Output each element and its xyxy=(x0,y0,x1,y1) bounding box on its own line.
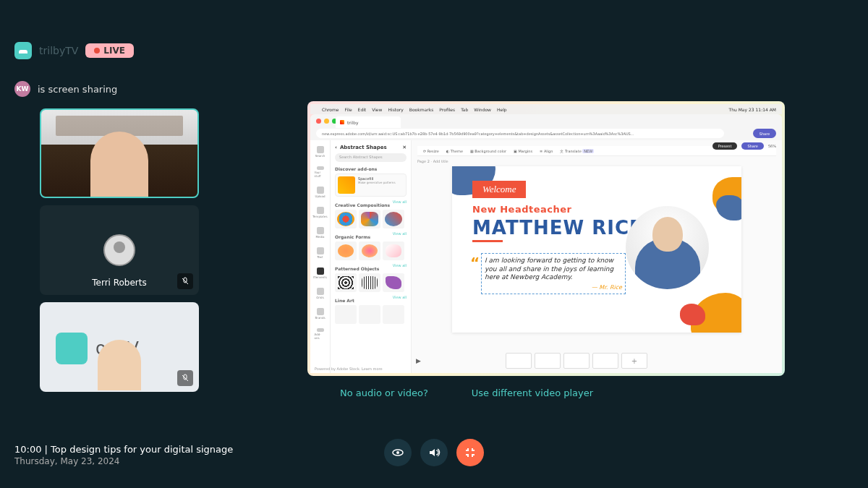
play-icon: ▶ xyxy=(416,357,425,366)
participant-name: Terri Roberts xyxy=(92,278,147,288)
rail-media: Media xyxy=(315,227,326,239)
share-button: Share xyxy=(741,142,763,150)
help-link-av[interactable]: No audio or video? xyxy=(340,388,428,398)
mic-muted-icon[interactable] xyxy=(177,273,193,289)
mic-muted-icon[interactable] xyxy=(177,370,193,386)
live-label: LIVE xyxy=(103,46,125,56)
sharing-status: is screen sharing xyxy=(38,84,117,95)
panel-search: Search Abstract Shapes xyxy=(335,153,407,162)
rail-brands: Brands xyxy=(315,308,326,320)
welcome-ribbon: Welcome xyxy=(472,181,526,198)
elements-panel: ‹Abstract Shapes✕ Search Abstract Shapes… xyxy=(331,140,412,373)
slide-name: MATTHEW RICE xyxy=(472,217,643,239)
browser-share-button: Share xyxy=(753,129,776,138)
live-badge: LIVE xyxy=(85,43,134,58)
avatar-placeholder-icon xyxy=(103,234,135,266)
app-name: trilbyTV xyxy=(39,45,78,56)
rail-text: Text xyxy=(315,247,326,259)
quote-box: “ I am looking forward to getting to kno… xyxy=(481,253,626,294)
slide-subtitle: New Headteacher xyxy=(472,204,572,215)
app-left-rail: Search Your stuff Upload Templates Media… xyxy=(310,140,331,373)
rail-grids: Grids xyxy=(315,288,326,299)
participant-tile[interactable]: oyTV xyxy=(40,302,199,392)
rail-search: Search xyxy=(315,146,326,158)
present-button: Present xyxy=(712,142,738,150)
rail-yourstuff: Your stuff xyxy=(315,166,326,178)
addon-card: SpacefillMake generative patterns xyxy=(335,174,407,197)
person-photo xyxy=(626,206,709,289)
participants-list: Terri Roberts oyTV xyxy=(40,108,199,392)
slide-canvas: Welcome New Headteacher MATTHEW RICE “ I… xyxy=(452,166,741,333)
session-date: Thursday, May 23, 2024 xyxy=(14,456,233,466)
page-thumbnails: + xyxy=(506,353,647,369)
browser-tab: trilby xyxy=(336,116,401,128)
rail-addons: Add-ons xyxy=(315,328,326,340)
help-link-player[interactable]: Use different video player xyxy=(472,388,593,398)
rail-upload: Upload xyxy=(315,187,326,198)
rail-elements: Elements xyxy=(315,267,326,279)
browser-chrome: trilby new.express.adobe.com/id/urn:aaid… xyxy=(310,114,782,140)
visibility-button[interactable] xyxy=(384,439,412,466)
presenter-avatar: KW xyxy=(14,81,30,97)
participant-tile[interactable]: Terri Roberts xyxy=(40,205,199,295)
macos-menubar: Chrome File Edit View History Bookmarks … xyxy=(310,104,782,114)
volume-button[interactable] xyxy=(420,439,448,466)
canvas-area: ⟳ Resize ◐ Theme ▦ Background color ▣ Ma… xyxy=(412,140,782,373)
session-title: 10:00 | Top design tips for your digital… xyxy=(14,444,233,455)
rail-templates: Templates xyxy=(315,207,326,218)
exit-fullscreen-button[interactable] xyxy=(456,439,484,466)
add-page-button: + xyxy=(621,353,647,369)
svg-point-1 xyxy=(396,451,399,454)
url-bar: new.express.adobe.com/id/urn:aaid:sc:US:… xyxy=(316,129,724,138)
canvas-toolbar: ⟳ Resize ◐ Theme ▦ Background color ▣ Ma… xyxy=(417,146,776,156)
app-logo xyxy=(14,42,32,59)
page-label: Page 2 · Add title xyxy=(417,159,776,163)
screen-share-viewport: Chrome File Edit View History Bookmarks … xyxy=(307,101,785,376)
participant-tile[interactable] xyxy=(40,108,199,198)
panel-title: Abstract Shapes xyxy=(340,145,387,150)
